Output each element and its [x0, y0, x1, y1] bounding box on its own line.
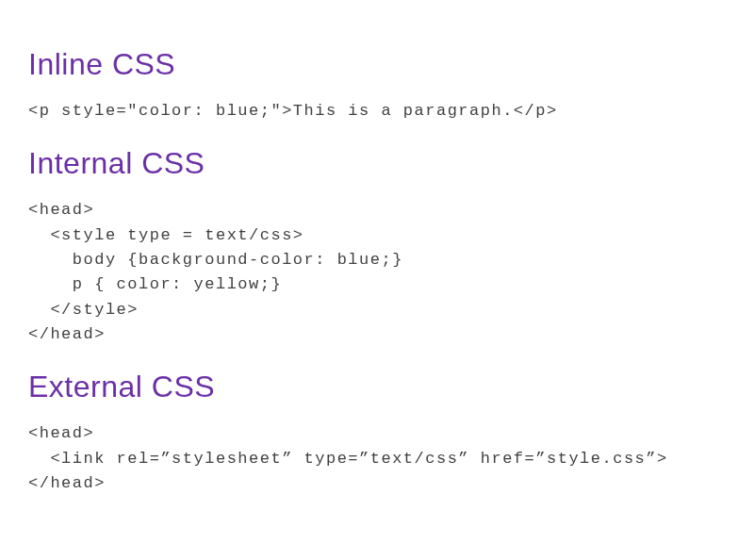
code-external-css: <head> <link rel=”stylesheet” type=”text…	[28, 421, 726, 496]
heading-external-css: External CSS	[28, 370, 726, 404]
code-inline-css: <p style="color: blue;">This is a paragr…	[28, 99, 726, 124]
heading-inline-css: Inline CSS	[28, 47, 726, 82]
code-internal-css: <head> <style type = text/css> body {bac…	[28, 198, 726, 347]
heading-internal-css: Internal CSS	[28, 146, 726, 181]
